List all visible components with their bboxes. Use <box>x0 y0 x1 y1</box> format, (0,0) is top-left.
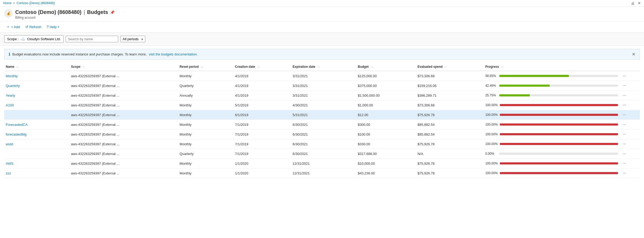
filter-bar: Scope : ☁️ Cloudyn Software Ltd. All per… <box>0 33 644 46</box>
scope-icon: ☁️ <box>20 37 25 42</box>
budget-name-link[interactable]: A100 <box>6 103 14 107</box>
table-row: A100 aws-432263259397 (External ... Mont… <box>4 100 640 110</box>
cell-more: ··· <box>620 110 640 120</box>
budget-name-link[interactable]: Quarterly <box>6 84 20 88</box>
pin-icon[interactable]: 📌 <box>110 10 115 14</box>
cell-creation: 5/1/2019 <box>233 100 291 110</box>
cell-creation: 7/1/2019 <box>233 139 291 149</box>
add-icon: ＋ <box>6 24 10 29</box>
progress-bar-fill <box>500 133 618 135</box>
row-more-button[interactable]: ··· <box>621 92 628 98</box>
cell-evaluated: N/A <box>416 149 484 159</box>
col-header-progress: Progress ↑↓ <box>484 63 620 71</box>
cell-scope: aws-432263259397 (External ... <box>69 100 178 110</box>
budget-name-link[interactable]: Monthly <box>6 74 18 78</box>
page-header: 💰 Contoso (Demo) (8608480) | Budgets 📌 B… <box>0 7 644 21</box>
cell-budget: $375,000.00 <box>356 81 416 91</box>
top-icons: 🖨 ✕ <box>631 1 641 5</box>
info-link[interactable]: visit the budgets documentation. <box>149 52 198 56</box>
search-input[interactable] <box>66 36 118 42</box>
banner-close-button[interactable]: ✕ <box>632 52 635 57</box>
cell-budget: $43,236.00 <box>356 168 416 178</box>
budget-name-link[interactable]: ForecastedCA <box>6 123 28 127</box>
cell-progress: 100.00% <box>484 168 620 178</box>
sort-creation-icon[interactable]: ↑↓ <box>257 65 260 68</box>
cell-scope: aws-432263259397 (External ... <box>69 110 178 120</box>
budget-name-link[interactable]: Yearly <box>6 94 15 97</box>
page-title-separator: | <box>84 9 85 15</box>
progress-percent: 58.65% <box>485 74 497 78</box>
cell-reset: Annually <box>178 91 233 100</box>
cell-more: ··· <box>620 91 640 100</box>
cell-scope: aws-432263259397 (External ... <box>69 71 178 81</box>
page-title-block: Contoso (Demo) (8608480) | Budgets 📌 Bil… <box>15 9 640 19</box>
table-row: asdd aws-432263259397 (External ... Mont… <box>4 139 640 149</box>
budget-name-link[interactable]: forecastedMg <box>6 132 27 136</box>
row-more-button[interactable]: ··· <box>621 102 628 108</box>
cell-expiration: 3/31/2021 <box>291 91 356 100</box>
info-banner-content: ℹ Budget evaluations now include reserve… <box>9 52 198 57</box>
scope-label: Scope : <box>7 37 19 41</box>
cell-reset: Monthly <box>178 110 233 120</box>
sort-name-icon[interactable]: ↑↓ <box>16 65 19 68</box>
progress-bar-container <box>500 104 618 106</box>
budget-name-link[interactable]: zzz <box>6 171 11 175</box>
progress-bar-container <box>499 153 618 155</box>
row-more-button[interactable]: ··· <box>621 131 628 137</box>
sort-scope-icon[interactable]: ↑↓ <box>82 65 85 68</box>
sort-reset-icon[interactable]: ↑↓ <box>201 65 203 68</box>
row-more-button[interactable]: ··· <box>621 161 628 166</box>
cell-more: ··· <box>620 71 640 81</box>
progress-percent: 0.00% <box>485 152 497 156</box>
close-button[interactable]: ✕ <box>638 1 641 5</box>
row-more-button[interactable]: ··· <box>621 151 628 157</box>
col-header-evaluated: Evaluated spend ↑↓ <box>416 63 484 71</box>
progress-percent: 100.00% <box>485 162 498 165</box>
refresh-button[interactable]: ↺ Refresh <box>23 24 44 30</box>
cell-creation: 7/1/2019 <box>233 120 291 130</box>
breadcrumb-separator: > <box>13 1 15 5</box>
budget-name-link[interactable]: asdd <box>6 142 13 146</box>
sort-progress-icon[interactable]: ↑↓ <box>501 65 503 68</box>
progress-percent: 100.00% <box>485 142 498 146</box>
cell-expiration: 6/30/2021 <box>291 139 356 149</box>
cell-reset: Monthly <box>178 168 233 178</box>
progress-percent: 100.00% <box>485 171 498 175</box>
help-icon: ? <box>46 25 49 29</box>
cell-name <box>4 149 69 159</box>
cell-more: ··· <box>620 120 640 130</box>
row-more-button[interactable]: ··· <box>621 122 628 127</box>
row-more-button[interactable]: ··· <box>621 170 628 176</box>
cell-scope: aws-432263259397 (External ... <box>69 139 178 149</box>
help-button[interactable]: ? Help ▾ <box>44 24 61 30</box>
breadcrumb-home[interactable]: Home <box>3 1 12 5</box>
sort-evaluated-icon[interactable]: ↑↓ <box>444 65 447 68</box>
budget-name-link[interactable]: AWS <box>6 162 13 165</box>
sort-expiration-icon[interactable]: ↑↓ <box>317 65 320 68</box>
progress-bar-container <box>500 162 618 164</box>
row-more-button[interactable]: ··· <box>621 73 628 79</box>
cell-scope: aws-432263259397 (External ... <box>69 159 178 168</box>
print-button[interactable]: 🖨 <box>631 1 635 5</box>
cell-name: Quarterly <box>4 81 69 91</box>
breadcrumb-current[interactable]: Contoso (Demo) (8608480) <box>17 1 55 5</box>
period-select[interactable]: All periods <box>120 36 145 42</box>
sort-budget-icon[interactable]: ↑↓ <box>371 65 373 68</box>
progress-percent: 100.00% <box>485 132 498 136</box>
row-more-button[interactable]: ··· <box>621 141 628 147</box>
row-more-button[interactable]: ··· <box>621 83 628 89</box>
info-icon: ℹ <box>9 52 10 57</box>
col-header-name: Name ↑↓ <box>4 63 69 71</box>
cell-progress: 100.00% <box>484 159 620 168</box>
cell-progress: 25.75% <box>484 91 620 100</box>
col-header-actions <box>620 63 640 71</box>
progress-percent: 42.46% <box>485 84 497 87</box>
cell-name: A100 <box>4 100 69 110</box>
progress-bar-fill <box>499 85 550 87</box>
progress-bar-fill <box>500 143 618 145</box>
col-header-budget: Budget ↑↓ <box>356 63 416 71</box>
row-more-button[interactable]: ··· <box>621 112 628 118</box>
add-button[interactable]: ＋ + Add <box>4 23 22 30</box>
scope-button[interactable]: Scope : ☁️ Cloudyn Software Ltd. <box>4 35 64 43</box>
cell-progress: 100.00% <box>484 130 620 139</box>
